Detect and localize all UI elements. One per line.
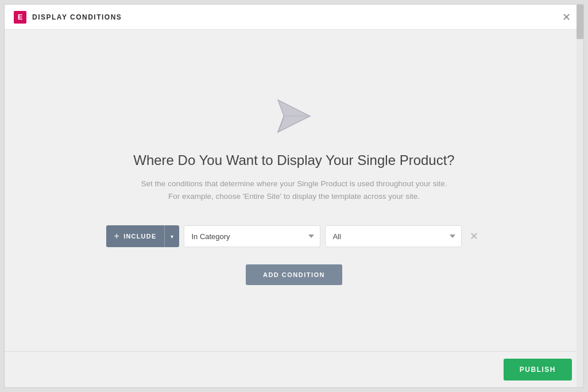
publish-button[interactable]: PUBLISH	[504, 359, 572, 381]
include-plus-icon: +	[114, 231, 121, 241]
remove-condition-button[interactable]: ✕	[466, 229, 482, 244]
logo-letter: E	[18, 13, 23, 21]
scrollbar-thumb[interactable]	[577, 5, 583, 39]
sub-text-line1: Set the conditions that determine where …	[141, 179, 447, 188]
paper-plane-icon	[274, 96, 314, 139]
remove-icon: ✕	[470, 230, 478, 242]
condition-row: + INCLUDE ▾ In Category Entire Site Sing…	[106, 225, 482, 247]
title-bar: E DISPLAY CONDITIONS ✕	[5, 5, 583, 30]
add-condition-button[interactable]: ADD CONDITION	[246, 264, 342, 285]
scrollbar-track[interactable]	[577, 5, 583, 387]
include-label: INCLUDE	[123, 233, 156, 240]
sub-text: Set the conditions that determine where …	[141, 178, 447, 202]
modal-body: Where Do You Want to Display Your Single…	[5, 30, 583, 351]
include-main: + INCLUDE	[106, 231, 165, 241]
condition-type-select[interactable]: In Category Entire Site Singular Archive	[184, 225, 320, 247]
title-bar-left: E DISPLAY CONDITIONS	[14, 11, 122, 24]
modal-container: E DISPLAY CONDITIONS ✕ Where Do You Want…	[4, 4, 584, 388]
close-icon: ✕	[562, 11, 571, 23]
modal-footer: PUBLISH	[5, 351, 583, 387]
condition-value-select[interactable]: All Specific	[325, 225, 462, 247]
main-heading: Where Do You Want to Display Your Single…	[133, 152, 454, 168]
include-button[interactable]: + INCLUDE ▾	[106, 225, 180, 247]
elementor-logo: E	[14, 11, 26, 24]
sub-text-line2: For example, choose 'Entire Site' to dis…	[168, 192, 420, 201]
close-button[interactable]: ✕	[559, 10, 574, 25]
include-dropdown-arrow: ▾	[165, 233, 179, 240]
modal-title: DISPLAY CONDITIONS	[32, 13, 122, 21]
